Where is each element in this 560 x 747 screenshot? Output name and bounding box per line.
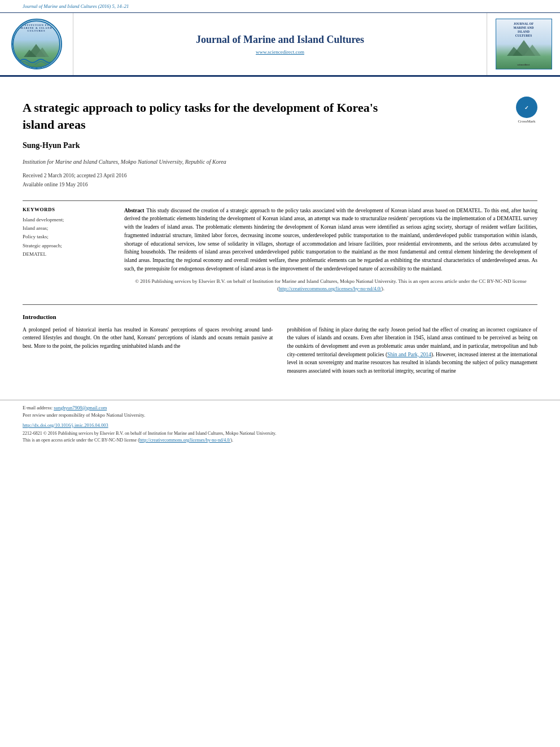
footer-copyright-1: 2212-6821 © 2016 Publishing services by …	[23, 431, 276, 436]
footer-copyright: 2212-6821 © 2016 Publishing services by …	[23, 430, 537, 444]
page-wrapper: Journal of Marine and Island Cultures (2…	[0, 0, 560, 747]
header-logo-left: INSTITUTION FORMARINE & ISLANDCULTURES	[0, 13, 73, 75]
cover-mountain-icon	[501, 39, 546, 59]
footer-peer-review: Peer review under responsibility of Mokp…	[23, 412, 537, 418]
logo-wave-icon	[20, 58, 54, 64]
body-two-col: A prolonged period of historical inertia…	[23, 326, 537, 380]
journal-ref-text: Journal of Marine and Island Cultures (2…	[23, 3, 129, 9]
keyword-1: Island development;	[23, 216, 113, 224]
footer-copyright-2: This is an open access article under the…	[23, 438, 233, 443]
header-logo-right: JOURNAL OFMARINE ANDISLANDCULTURES scien…	[487, 13, 560, 75]
body-col-left: A prolonged period of historical inertia…	[23, 326, 273, 380]
email-label: E-mail address:	[23, 405, 53, 410]
body-col-right: prohibition of fishing in place during t…	[287, 326, 538, 380]
article-title: A strategic approach to policy tasks for…	[23, 99, 406, 133]
author-affiliation: Institution for Marine and Island Cultur…	[23, 159, 537, 165]
keywords-label: KEYWORDS	[23, 207, 113, 212]
keyword-3: Policy tasks;	[23, 233, 113, 241]
journal-website[interactable]: www.sciencedirect.com	[256, 49, 304, 55]
right-logo-title: JOURNAL OFMARINE ANDISLANDCULTURES	[514, 22, 534, 38]
abstract-col: AbstractThis study discussed the creatio…	[124, 207, 537, 293]
footer-section: E-mail address: sunghyun7908@gmail.com P…	[0, 400, 560, 444]
keyword-5: DEMATEL	[23, 250, 113, 259]
footer-email: E-mail address: sunghyun7908@gmail.com	[23, 405, 537, 410]
keywords-col: KEYWORDS Island development; Island area…	[23, 207, 113, 293]
keywords-list: Island development; Island areas; Policy…	[23, 216, 113, 259]
received-text: Received 2 March 2016; accepted 23 April…	[23, 172, 537, 180]
crossmark-wrap: ✓ CrossMark	[516, 97, 537, 124]
intro-para-right: prohibition of fishing in place during t…	[287, 326, 538, 375]
cc-license-link[interactable]: http://creativecommons.org/licenses/by-n…	[279, 286, 382, 291]
header-section: INSTITUTION FORMARINE & ISLANDCULTURES	[0, 12, 560, 77]
crossmark-icon: ✓	[520, 101, 533, 114]
crossmark-badge[interactable]: ✓	[516, 97, 537, 118]
intro-para-left: A prolonged period of historical inertia…	[23, 326, 273, 351]
main-content: A strategic approach to policy tasks for…	[0, 77, 560, 391]
footer-doi[interactable]: http://dx.doi.org/10.1016/j.imic.2016.04…	[23, 422, 537, 428]
author-name: Sung-Hyun Park	[23, 141, 537, 150]
intro-right-text: prohibition of fishing in place during t…	[287, 327, 538, 374]
section-divider	[23, 304, 537, 305]
header-center: Journal of Marine and Island Cultures ww…	[73, 13, 487, 75]
title-row: A strategic approach to policy tasks for…	[23, 88, 537, 141]
journal-ref-bar: Journal of Marine and Island Cultures (2…	[0, 0, 560, 12]
footer-cc-link[interactable]: http://creativecommons.org/licenses/by-n…	[139, 438, 231, 443]
logo-mountain-icon	[21, 43, 52, 59]
svg-text:✓: ✓	[524, 105, 529, 111]
institution-logo: INSTITUTION FORMARINE & ISLANDCULTURES	[11, 19, 62, 69]
email-address[interactable]: sunghyun7908@gmail.com	[54, 405, 107, 410]
institution-logo-inner: INSTITUTION FORMARINE & ISLANDCULTURES	[12, 20, 60, 68]
crossmark-label: CrossMark	[516, 119, 537, 124]
received-dates: Received 2 March 2016; accepted 23 April…	[23, 172, 537, 189]
abstract-label: Abstract	[124, 208, 144, 213]
keyword-4: Strategic approach;	[23, 242, 113, 250]
right-logo-bottom-text: sciencedirect	[518, 63, 530, 66]
logo-top-text: INSTITUTION FORMARINE & ISLANDCULTURES	[14, 24, 59, 32]
journal-title: Journal of Marine and Island Cultures	[196, 34, 364, 46]
journal-cover-image: JOURNAL OFMARINE ANDISLANDCULTURES scien…	[496, 19, 552, 69]
shin-park-link[interactable]: Shin and Park, 2014	[387, 352, 431, 357]
available-text: Available online 19 May 2016	[23, 181, 537, 189]
introduction-heading: Introduction	[23, 313, 537, 320]
abstract-text: AbstractThis study discussed the creatio…	[124, 207, 537, 273]
keyword-2: Island areas;	[23, 224, 113, 233]
abstract-copyright: © 2016 Publishing services by Elsevier B…	[124, 278, 537, 293]
abstract-body: This study discussed the creation of a s…	[124, 208, 537, 272]
abstract-section: KEYWORDS Island development; Island area…	[23, 200, 537, 293]
